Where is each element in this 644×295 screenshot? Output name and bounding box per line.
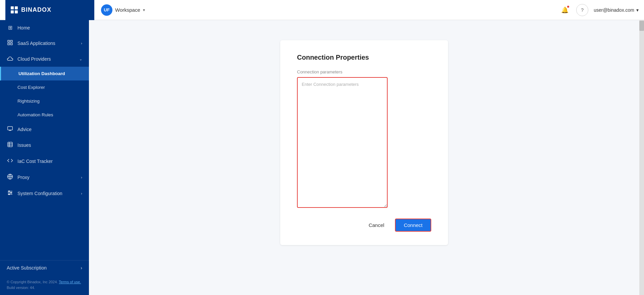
sidebar-item-utilization[interactable]: Utilization Dashboard — [0, 67, 89, 80]
svg-rect-1 — [11, 40, 12, 42]
svg-rect-0 — [8, 40, 9, 42]
sidebar-label-cost: Cost Explorer — [17, 85, 45, 90]
workspace-avatar: UF — [101, 4, 112, 16]
connection-properties-card: Connection Properties Connection paramet… — [280, 40, 448, 245]
sidebar-label-saas: SaaS Applications — [17, 41, 55, 46]
sidebar-label-sysconfig: System Configuration — [17, 191, 62, 196]
sidebar-item-sysconfig[interactable]: System Configuration › — [0, 185, 89, 201]
workspace-name: Workspace — [115, 7, 140, 13]
saas-icon — [7, 40, 13, 47]
cloud-chevron-icon: ⌄ — [79, 57, 82, 61]
logo-icon — [11, 6, 18, 13]
sidebar-item-saas[interactable]: SaaS Applications › — [0, 35, 89, 51]
saas-chevron-icon: › — [81, 41, 82, 45]
connection-params-label: Connection parameters — [297, 69, 431, 74]
sidebar-item-proxy[interactable]: Proxy › — [0, 169, 89, 185]
sysconfig-chevron-icon: › — [81, 191, 82, 195]
scrollbar[interactable] — [639, 20, 644, 295]
sidebar: ⊞ Home SaaS Applications › Cloud Provide… — [0, 20, 89, 295]
connection-parameters-input[interactable] — [297, 77, 388, 208]
sidebar-item-cost[interactable]: Cost Explorer — [0, 80, 89, 94]
sidebar-item-automation[interactable]: Automation Rules — [0, 108, 89, 122]
notification-badge — [567, 5, 569, 8]
sidebar-item-subscription[interactable]: Active Subscription › — [0, 260, 89, 275]
copyright-section: © Copyright Binadox, Inc 2024. Terms of … — [0, 275, 89, 295]
user-menu[interactable]: user@binadox.com ▾ — [594, 7, 639, 13]
user-email: user@binadox.com — [594, 7, 634, 13]
subscription-label: Active Subscription — [7, 265, 47, 271]
sidebar-label-rightsizing: Rightsizing — [17, 99, 40, 104]
svg-point-14 — [9, 191, 10, 192]
sidebar-label-utilization: Utilization Dashboard — [18, 71, 65, 76]
svg-point-16 — [9, 194, 10, 195]
sidebar-label-automation: Automation Rules — [17, 112, 53, 117]
notification-button[interactable]: 🔔 — [559, 4, 571, 16]
user-menu-chevron-icon: ▾ — [636, 7, 639, 13]
logo-container: BINADOX — [5, 0, 94, 20]
sidebar-item-cloud[interactable]: Cloud Providers ⌄ — [0, 51, 89, 67]
sidebar-item-issues[interactable]: Issues — [0, 137, 89, 153]
cloud-icon — [7, 56, 13, 62]
sidebar-item-rightsizing[interactable]: Rightsizing — [0, 94, 89, 108]
sysconfig-icon — [7, 190, 13, 197]
header-right: 🔔 ? user@binadox.com ▾ — [559, 4, 639, 16]
subscription-chevron-icon: › — [81, 265, 82, 271]
svg-point-15 — [11, 192, 12, 193]
proxy-icon — [7, 174, 13, 181]
logo-text: BINADOX — [21, 6, 51, 13]
sidebar-label-iac: IaC Cost Tracker — [17, 159, 53, 164]
connect-button[interactable]: Connect — [395, 219, 431, 232]
copyright-text: © Copyright Binadox, Inc 2024. — [7, 280, 58, 284]
svg-rect-4 — [8, 126, 13, 130]
issues-icon — [7, 141, 13, 149]
iac-icon — [7, 158, 13, 165]
help-button[interactable]: ? — [576, 4, 588, 16]
workspace-chevron-icon: ▾ — [143, 8, 145, 12]
proxy-chevron-icon: › — [81, 175, 82, 179]
home-icon: ⊞ — [7, 24, 13, 31]
cancel-button[interactable]: Cancel — [363, 220, 390, 231]
form-actions: Cancel Connect — [297, 219, 431, 232]
svg-rect-2 — [8, 43, 9, 45]
sidebar-item-iac[interactable]: IaC Cost Tracker — [0, 153, 89, 169]
workspace-selector[interactable]: UF Workspace ▾ — [94, 4, 152, 16]
card-title: Connection Properties — [297, 54, 431, 61]
svg-rect-5 — [8, 142, 12, 147]
sidebar-item-advice[interactable]: Advice — [0, 122, 89, 137]
sidebar-label-cloud: Cloud Providers — [17, 56, 51, 62]
main-content: Connection Properties Connection paramet… — [89, 20, 639, 295]
scrollbar-thumb[interactable] — [639, 21, 644, 31]
sidebar-item-home[interactable]: ⊞ Home — [0, 20, 89, 35]
advice-icon — [7, 126, 13, 133]
sidebar-label-advice: Advice — [17, 127, 32, 132]
terms-link[interactable]: Terms of use. — [59, 280, 81, 284]
build-version: Build version: 44. — [7, 286, 35, 290]
sidebar-label-issues: Issues — [17, 142, 31, 148]
sidebar-label-home: Home — [17, 25, 30, 31]
sidebar-label-proxy: Proxy — [17, 175, 30, 180]
svg-rect-3 — [11, 43, 12, 45]
